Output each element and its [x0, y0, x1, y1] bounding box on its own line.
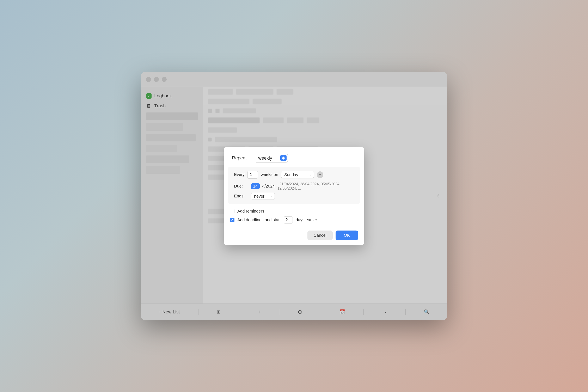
- dialog-body: Every weeks on Sunday Monday Tuesday Wed…: [228, 167, 360, 204]
- ends-select[interactable]: never on date after: [251, 193, 275, 200]
- every-row: Every weeks on Sunday Monday Tuesday Wed…: [234, 171, 354, 179]
- add-deadlines-row: Add deadlines and start days earlier: [230, 216, 358, 224]
- due-date-badge[interactable]: 14: [251, 184, 260, 189]
- ends-label: Ends:: [234, 194, 248, 198]
- dialog-header: Repeat weekly daily monthly yearly: [224, 147, 364, 167]
- ends-line: Ends: never on date after ⌄: [234, 193, 354, 200]
- day-select[interactable]: Sunday Monday Tuesday Wednesday Thursday…: [281, 171, 314, 178]
- every-num-input[interactable]: [248, 171, 258, 179]
- due-line: Due: 14 4/2024 , 21/04/2024, 28/04/2024,…: [234, 182, 354, 190]
- ends-select-wrapper: never on date after ⌄: [251, 193, 275, 200]
- every-label: Every: [234, 172, 244, 177]
- add-deadlines-checkbox[interactable]: [230, 218, 234, 222]
- dialog-overlay: Repeat weekly daily monthly yearly: [141, 87, 447, 304]
- days-earlier-input[interactable]: [284, 216, 293, 224]
- add-reminders-row: Add reminders: [230, 209, 358, 214]
- app-window: ⏱ ✓ Logbook 🗑 Trash: [141, 72, 447, 320]
- add-reminders-label: Add reminders: [237, 209, 264, 214]
- cancel-button[interactable]: Cancel: [308, 230, 333, 240]
- dialog-footer: Add reminders Add deadlines and start da…: [224, 204, 364, 228]
- add-deadlines-label: Add deadlines and start: [237, 218, 281, 222]
- day-select-wrapper: Sunday Monday Tuesday Wednesday Thursday…: [281, 171, 314, 178]
- add-reminders-checkbox[interactable]: [230, 209, 234, 213]
- repeat-select-wrapper: weekly daily monthly yearly: [255, 154, 288, 162]
- dialog-buttons: Cancel OK: [224, 228, 364, 245]
- due-month-year: 4/2024: [262, 184, 275, 188]
- ok-button[interactable]: OK: [336, 230, 358, 240]
- main-area: ✓ Logbook 🗑 Trash: [141, 87, 447, 304]
- add-day-button[interactable]: +: [317, 172, 323, 178]
- repeat-select[interactable]: weekly daily monthly yearly: [255, 154, 288, 162]
- repeat-label: Repeat: [232, 155, 250, 161]
- weeks-on-label: weeks on: [261, 172, 278, 177]
- due-label: Due:: [234, 184, 248, 188]
- due-row: Due: 14 4/2024 , 21/04/2024, 28/04/2024,…: [234, 182, 354, 200]
- repeat-dialog: Repeat weekly daily monthly yearly: [224, 147, 364, 245]
- days-earlier-label: days earlier: [296, 218, 317, 222]
- due-dates-text: , 21/04/2024, 28/04/2024, 05/05/2024, 12…: [277, 182, 354, 190]
